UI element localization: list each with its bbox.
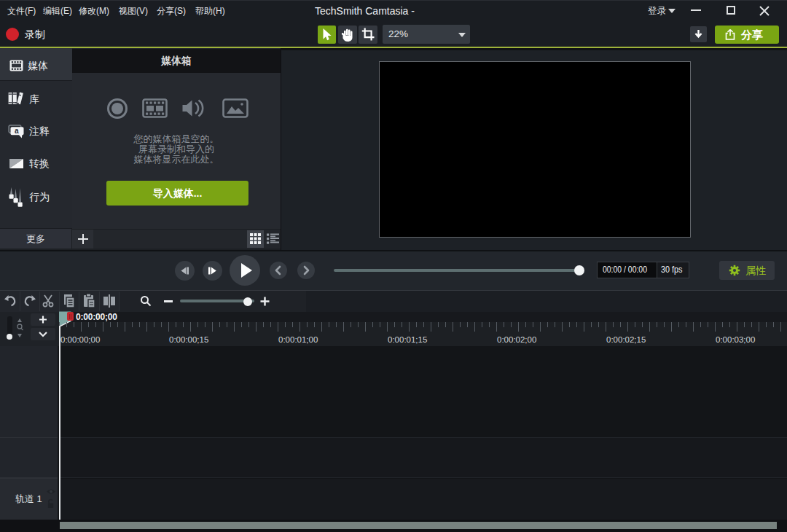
svg-text:a: a <box>15 127 19 135</box>
